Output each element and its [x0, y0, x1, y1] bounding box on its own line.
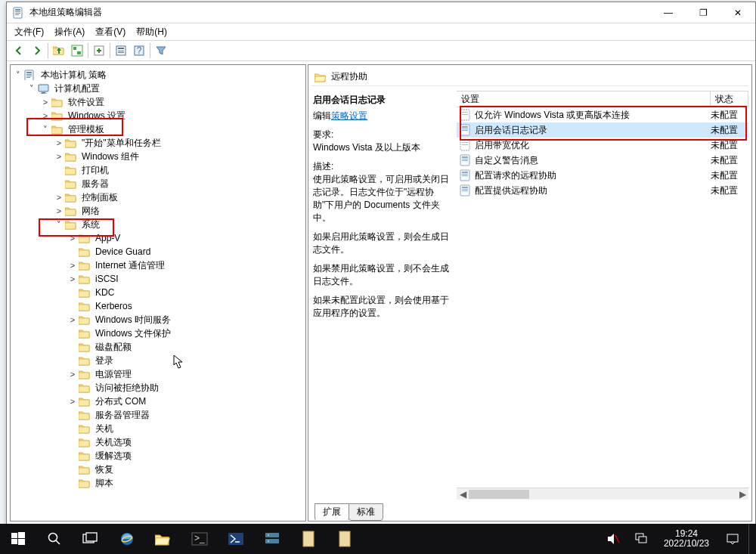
scroll-left-icon[interactable]: ◀: [457, 488, 469, 500]
tree-node[interactable]: 访问被拒绝协助: [12, 381, 304, 395]
notifications-button[interactable]: [720, 524, 745, 554]
tree-node[interactable]: Kerberos: [12, 299, 304, 313]
export-button[interactable]: [90, 42, 108, 59]
tree-node[interactable]: 磁盘配额: [12, 340, 304, 354]
tree-node[interactable]: 服务器: [12, 177, 304, 190]
task-view-button[interactable]: [73, 524, 109, 554]
expand-icon[interactable]: >: [53, 137, 65, 149]
list-row[interactable]: 自定义警告消息未配置: [457, 153, 748, 168]
expand-icon[interactable]: >: [53, 191, 65, 203]
forward-button[interactable]: [28, 42, 46, 59]
tree-node[interactable]: ˅管理模板: [12, 122, 304, 136]
tree-node[interactable]: >Windows 组件: [12, 150, 304, 163]
tree-node[interactable]: >App-V: [12, 231, 304, 245]
tree-node[interactable]: 缓解选项: [12, 449, 304, 463]
network-button[interactable]: [629, 524, 653, 554]
policy-tree[interactable]: ˅本地计算机 策略˅计算机配置>软件设置>Windows 设置˅管理模板>"开始…: [11, 65, 305, 521]
taskbar[interactable]: >_ 19:24 2022/10/23: [0, 524, 756, 554]
tree-node[interactable]: 关机: [12, 422, 304, 435]
tree-node[interactable]: >"开始"菜单和任务栏: [12, 136, 304, 150]
server-manager-button[interactable]: [254, 524, 290, 554]
list-row[interactable]: 启用带宽优化未配置: [457, 138, 748, 153]
taskbar-app-2[interactable]: [327, 524, 363, 554]
maximize-button[interactable]: ❐: [686, 2, 720, 23]
expand-icon[interactable]: >: [39, 110, 51, 122]
properties-button[interactable]: [112, 42, 130, 59]
tree-node[interactable]: >软件设置: [12, 95, 304, 109]
tree-node[interactable]: >分布式 COM: [12, 395, 304, 408]
ie-button[interactable]: [109, 524, 145, 554]
clock[interactable]: 19:24 2022/10/23: [656, 529, 717, 549]
detail-column: 启用会话日志记录 编辑策略设置 要求: Windows Vista 及以上版本 …: [311, 91, 457, 500]
tree-node[interactable]: >Windows 设置: [12, 109, 304, 122]
show-hide-tree-button[interactable]: [68, 42, 86, 59]
taskbar-app-1[interactable]: [290, 524, 327, 554]
tree-node[interactable]: 服务器管理器: [12, 408, 304, 422]
menu-view[interactable]: 查看(V): [91, 24, 130, 40]
folder-icon: [79, 369, 91, 379]
back-button[interactable]: [10, 42, 28, 59]
close-button[interactable]: ✕: [720, 2, 755, 23]
col-setting[interactable]: 设置: [457, 91, 711, 107]
expand-icon[interactable]: ˅: [12, 69, 24, 81]
minimize-button[interactable]: —: [651, 2, 686, 23]
expand-icon[interactable]: >: [39, 96, 51, 108]
tree-node[interactable]: 打印机: [12, 163, 304, 177]
start-button[interactable]: [0, 524, 36, 554]
tree-node[interactable]: >控制面板: [12, 190, 304, 204]
tree-node[interactable]: 登录: [12, 354, 304, 367]
search-button[interactable]: [36, 524, 73, 554]
menu-action[interactable]: 操作(A): [50, 24, 89, 40]
list-row[interactable]: 配置请求的远程协助未配置: [457, 168, 748, 183]
tab-standard[interactable]: 标准: [349, 503, 383, 521]
tree-node[interactable]: >iSCSI: [12, 272, 304, 286]
expand-icon[interactable]: >: [67, 259, 79, 271]
up-button[interactable]: [50, 42, 68, 59]
list-row[interactable]: 启用会话日志记录未配置: [457, 122, 748, 138]
scroll-thumb[interactable]: [469, 490, 529, 499]
tab-extended[interactable]: 扩展: [314, 503, 349, 521]
expand-icon[interactable]: >: [53, 150, 65, 162]
tree-node[interactable]: 恢复: [12, 463, 304, 476]
tree-node[interactable]: 关机选项: [12, 435, 304, 449]
tree-node[interactable]: ˅本地计算机 策略: [12, 68, 304, 82]
explorer-button[interactable]: [145, 524, 181, 554]
tree-node[interactable]: >Windows 时间服务: [12, 313, 304, 327]
tree-node[interactable]: ˅计算机配置: [12, 82, 304, 95]
powershell-button[interactable]: [218, 524, 254, 554]
folder-icon: [65, 206, 77, 216]
tree-node[interactable]: >网络: [12, 204, 304, 218]
show-desktop[interactable]: [748, 524, 753, 554]
cmd-button[interactable]: >_: [181, 524, 218, 554]
expand-icon[interactable]: ˅: [26, 82, 38, 94]
tree-node[interactable]: >Internet 通信管理: [12, 258, 304, 272]
help-button[interactable]: ?: [130, 42, 148, 59]
col-state[interactable]: 状态: [711, 91, 748, 107]
expand-icon[interactable]: >: [67, 368, 79, 380]
tree-node[interactable]: >电源管理: [12, 367, 304, 381]
filter-button[interactable]: [152, 42, 170, 59]
edit-policy-link[interactable]: 策略设置: [331, 110, 367, 121]
expand-icon[interactable]: ˅: [53, 218, 65, 231]
tree-node[interactable]: 脚本: [12, 476, 304, 490]
scroll-right-icon[interactable]: ▶: [736, 488, 748, 500]
list-row[interactable]: 配置提供远程协助未配置: [457, 183, 748, 198]
menu-file[interactable]: 文件(F): [10, 24, 48, 40]
tree-node[interactable]: Windows 文件保护: [12, 327, 304, 340]
expand-icon[interactable]: >: [67, 314, 79, 326]
expand-icon[interactable]: ˅: [39, 123, 51, 135]
list-rows[interactable]: 仅允许 Windows Vista 或更高版本连接未配置启用会话日志记录未配置启…: [457, 107, 748, 487]
expand-icon[interactable]: >: [67, 395, 79, 407]
h-scrollbar[interactable]: ◀ ▶: [457, 487, 748, 500]
volume-button[interactable]: [600, 524, 626, 554]
tree-node[interactable]: Device Guard: [12, 245, 304, 258]
expand-icon[interactable]: >: [53, 205, 65, 217]
svg-rect-48: [727, 534, 738, 542]
expand-icon[interactable]: >: [67, 232, 79, 244]
titlebar[interactable]: 本地组策略编辑器 — ❐ ✕: [7, 2, 755, 23]
expand-icon[interactable]: >: [67, 273, 79, 285]
list-row[interactable]: 仅允许 Windows Vista 或更高版本连接未配置: [457, 107, 748, 122]
tree-node[interactable]: ˅系统: [12, 218, 304, 231]
menu-help[interactable]: 帮助(H): [132, 24, 172, 40]
tree-node[interactable]: KDC: [12, 286, 304, 299]
